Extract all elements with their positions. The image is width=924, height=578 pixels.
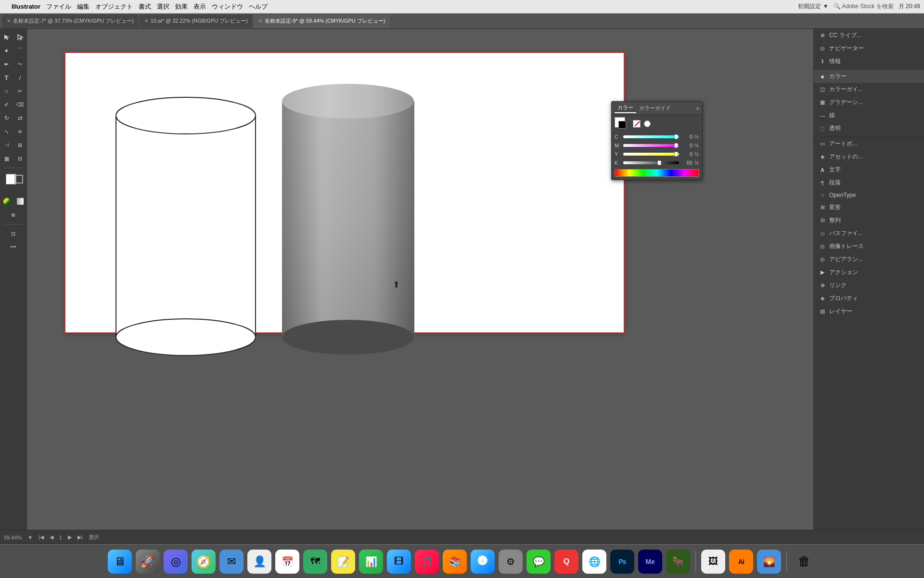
menu-format[interactable]: 書式 [139,2,151,11]
gradient-icon[interactable] [14,195,26,208]
m-value[interactable]: 0 [681,143,693,148]
k-value[interactable]: 65 [681,160,693,166]
y-thumb[interactable] [674,152,678,157]
panel-links[interactable]: ⊕ リンク [814,279,924,292]
dock-music[interactable]: 🎵 [414,549,439,574]
panel-opentype[interactable]: ○ OpenType [814,189,924,201]
y-slider[interactable] [623,153,679,156]
tab-2[interactable]: ✕ 名称未設定-9* @ 59.44% (CMYK/GPU プレビュー) [254,14,390,28]
menu-window[interactable]: ウィンドウ [212,2,243,11]
panel-layers[interactable]: ▤ レイヤー [814,305,924,318]
c-value[interactable]: 0 [681,134,693,140]
color-spectrum[interactable] [615,169,699,177]
panel-transparency[interactable]: ◌ 透明 [814,122,924,135]
dock-photoshop[interactable]: Ps [610,549,635,574]
nav-prev[interactable]: ◀ [50,534,53,540]
panel-appearance[interactable]: ◎ アピアラン... [814,253,924,266]
dock-preview[interactable]: 🖼 [701,549,726,574]
canvas-area[interactable]: ⬆ カラー カラーガイド ≡ C [27,29,813,530]
panel-color-guide[interactable]: ◫ カラーガイ... [814,83,924,96]
panel-navigator[interactable]: ◎ ナビゲーター [814,42,924,55]
color-panel-options[interactable]: ≡ [696,105,699,111]
panel-info[interactable]: ℹ 情報 [814,55,924,68]
panel-gradient[interactable]: ▦ グラデーシ... [814,96,924,109]
panel-character[interactable]: A 文字 [814,163,924,176]
menu-view[interactable]: 表示 [193,2,206,11]
dock-media-encoder[interactable]: Me [638,549,663,574]
dock-siri[interactable]: ◎ [163,549,188,574]
color-icon[interactable] [0,195,13,208]
rotate-tool[interactable]: ↻ [0,112,13,124]
dock-appstore[interactable]: 🅐 [470,549,495,574]
nav-next-next[interactable]: ▶| [77,534,83,540]
color-tab-guide[interactable]: カラーガイド [636,104,674,113]
panel-assets[interactable]: ◈ アセットの... [814,150,924,163]
scale-tool[interactable]: ⤡ [0,125,13,138]
dock-illustrator[interactable]: Ai [729,549,754,574]
dock-calendar[interactable]: 📅 [275,549,300,574]
eraser-tool[interactable]: ⌫ [14,98,26,111]
panel-properties[interactable]: ◈ プロパティ [814,292,924,305]
dock-finder[interactable]: 🖥 [107,549,132,574]
ellipse-tool[interactable]: ○ [0,85,13,97]
y-value[interactable]: 0 [681,151,693,157]
dock-sysprefs[interactable]: ⚙ [498,549,523,574]
pencil-tool[interactable]: ✐ [0,98,13,111]
paintbrush-tool[interactable]: ✏ [14,85,26,97]
menu-edit[interactable]: 編集 [77,2,90,11]
dock-app2[interactable]: 🐂 [666,549,691,574]
menu-select[interactable]: 選択 [157,2,169,11]
color-reset-btn[interactable] [644,120,651,127]
zoom-dropdown[interactable]: ▼ [27,535,33,540]
dock-qq[interactable]: Q [554,549,579,574]
workspace-selector[interactable]: 初期設定 ▼ [798,2,828,11]
dock-slideshow[interactable]: 🌄 [757,549,782,574]
direct-selection-tool[interactable] [14,31,26,43]
menu-file[interactable]: ファイル [46,2,71,11]
mesh-tool[interactable]: ⊟ [14,152,26,165]
panel-transform[interactable]: ⊞ 変形 [814,201,924,214]
pen-tool[interactable]: ✒ [0,58,13,70]
line-tool[interactable]: / [14,71,26,84]
zoom-level[interactable]: 59.44% [4,535,22,540]
column-graph-tool[interactable]: ▦ [0,152,13,165]
width-tool[interactable]: ⊣ [0,139,13,151]
menu-help[interactable]: ヘルプ [249,2,268,11]
dock-stickies[interactable]: 📝 [331,549,356,574]
dock-trash[interactable]: 🗑 [792,549,817,574]
tab-close-0[interactable]: ✕ [7,18,11,24]
dock-books[interactable]: 📚 [442,549,467,574]
panel-align[interactable]: ⊟ 整列 [814,214,924,227]
warp-tool[interactable]: ≋ [14,125,26,138]
menu-illustrator[interactable]: Illustrator [12,3,40,10]
page-number[interactable]: 1 [59,535,62,540]
panel-image-trace[interactable]: ◎ 画像トレース [814,240,924,253]
tab-close-2[interactable]: ✕ [258,18,262,24]
panel-stroke[interactable]: — 線 [814,109,924,122]
type-tool[interactable]: T [0,71,13,84]
dock-mail[interactable]: ✉ [219,549,244,574]
panel-color[interactable]: ■ カラー [814,70,924,83]
panel-artboards[interactable]: ▭ アートボ... [814,137,924,150]
artboard-tool[interactable]: ⊡ [7,227,20,240]
color-cycle-icon[interactable]: ⊕ [7,209,20,221]
tab-0[interactable]: ✕ 名称未設定-7* @ 37.73% (CMYK/GPU プレビュー) [2,14,139,28]
stroke-swatch[interactable] [618,121,626,129]
dock-launchpad[interactable]: 🚀 [135,549,160,574]
menu-effect[interactable]: 効果 [175,2,188,11]
panel-pathfinder[interactable]: ◇ パスファイ... [814,227,924,240]
tab-close-1[interactable]: ✕ [144,18,148,24]
panel-cc-libraries[interactable]: ⊕ CC ライブ... [814,29,924,42]
dock-contacts[interactable]: 👤 [247,549,272,574]
mirror-tool[interactable]: ⇄ [14,112,26,124]
dock-chrome[interactable]: 🌐 [582,549,607,574]
selection-tool[interactable] [0,31,13,43]
c-slider[interactable] [623,135,679,138]
panel-paragraph[interactable]: ¶ 段落 [814,176,924,189]
k-thumb[interactable] [657,160,661,165]
k-slider[interactable] [623,161,679,164]
nav-next[interactable]: ▶ [68,534,72,540]
stock-search[interactable]: 🔍 Adobe Stock を検索 [834,2,894,11]
nav-prev-prev[interactable]: |◀ [38,534,44,540]
dock-line[interactable]: 💬 [526,549,551,574]
